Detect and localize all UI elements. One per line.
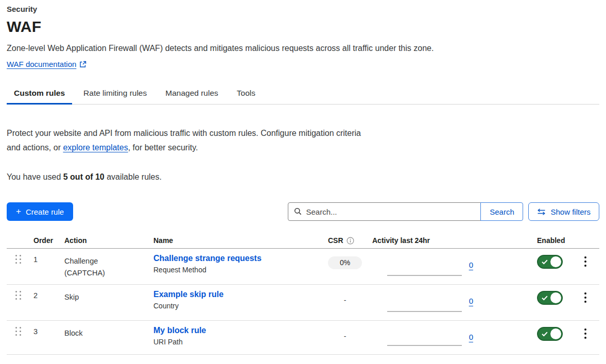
- search-input[interactable]: [288, 202, 481, 221]
- drag-handle-icon[interactable]: [15, 291, 33, 300]
- table-row: 3 Block My block rule URI Path - 0: [7, 321, 599, 355]
- search-icon: [294, 207, 302, 215]
- rule-order: 2: [33, 285, 64, 320]
- tab-bar: Custom rules Rate limiting rules Managed…: [7, 84, 599, 105]
- show-filters-button[interactable]: Show filters: [528, 202, 599, 221]
- enabled-toggle[interactable]: [537, 255, 563, 269]
- tab-managed-rules[interactable]: Managed rules: [158, 84, 226, 105]
- search-group: Search Show filters: [288, 202, 599, 221]
- rule-name-link[interactable]: Example skip rule: [153, 290, 323, 299]
- header-csr: CSR: [328, 236, 343, 245]
- drag-handle-icon[interactable]: [15, 327, 33, 336]
- breadcrumb: Security: [7, 5, 599, 13]
- page-title: WAF: [7, 18, 599, 36]
- section-intro: Protect your website and API from malici…: [7, 126, 367, 155]
- drag-handle-icon[interactable]: [15, 255, 33, 264]
- csr-value: -: [328, 328, 362, 340]
- rule-order: 1: [33, 249, 64, 284]
- toggle-knob: [550, 328, 561, 339]
- waf-documentation-link[interactable]: WAF documentation: [7, 60, 76, 68]
- usage-count: 5 out of 10: [63, 172, 105, 181]
- activity-count-link[interactable]: 0: [469, 333, 473, 341]
- header-name: Name: [153, 236, 323, 245]
- toggle-knob: [550, 292, 561, 303]
- enabled-toggle[interactable]: [537, 291, 563, 305]
- rule-expression: Request Method: [153, 266, 323, 274]
- activity-sparkline: [387, 275, 462, 276]
- table-row: 1 Challenge (CAPTCHA) Challenge strange …: [7, 249, 599, 285]
- activity-count-link[interactable]: 0: [469, 261, 473, 269]
- rule-action: Block: [64, 321, 122, 354]
- header-action: Action: [64, 236, 153, 245]
- tab-tools[interactable]: Tools: [230, 84, 263, 105]
- header-enabled: Enabled: [475, 236, 572, 245]
- rule-expression: Country: [153, 302, 323, 310]
- page-description: Zone-level Web Application Firewall (WAF…: [7, 44, 599, 53]
- csr-badge: 0%: [328, 256, 362, 269]
- show-filters-label: Show filters: [550, 207, 591, 216]
- swap-arrows-icon: [537, 209, 546, 215]
- doc-link-row: WAF documentation: [7, 60, 599, 68]
- usage-summary: You have used 5 out of 10 available rule…: [7, 172, 599, 182]
- enabled-toggle[interactable]: [537, 327, 563, 341]
- check-icon: [542, 296, 548, 301]
- check-icon: [542, 332, 548, 337]
- rule-expression: URI Path: [153, 338, 323, 346]
- rule-action: Skip: [64, 285, 122, 320]
- table-header-row: Order Action Name CSR Activity last 24hr…: [7, 236, 599, 249]
- kebab-menu-icon[interactable]: [581, 291, 590, 320]
- create-rule-button[interactable]: + Create rule: [7, 202, 73, 221]
- info-icon[interactable]: [347, 237, 354, 245]
- activity-count-link[interactable]: 0: [469, 297, 473, 305]
- csr-value: -: [328, 292, 362, 304]
- rules-table: Order Action Name CSR Activity last 24hr…: [7, 236, 599, 355]
- kebab-menu-icon[interactable]: [581, 327, 590, 354]
- rule-action: Challenge (CAPTCHA): [64, 249, 122, 284]
- header-order: Order: [33, 236, 64, 245]
- search-input-wrap: [288, 202, 481, 221]
- kebab-menu-icon[interactable]: [581, 255, 590, 284]
- table-row: 2 Skip Example skip rule Country - 0: [7, 285, 599, 321]
- rule-order: 3: [33, 321, 64, 354]
- explore-templates-link[interactable]: explore templates: [63, 143, 128, 152]
- toolbar: + Create rule Search Show filters: [7, 202, 599, 221]
- activity-sparkline: [387, 345, 462, 346]
- intro-text-after: , for better security.: [128, 143, 198, 152]
- tab-rate-limiting-rules[interactable]: Rate limiting rules: [76, 84, 154, 105]
- check-icon: [542, 259, 548, 265]
- activity-sparkline: [387, 311, 462, 312]
- external-link-icon: [79, 61, 86, 68]
- header-activity: Activity last 24hr: [372, 236, 475, 245]
- search-button[interactable]: Search: [480, 202, 523, 221]
- rule-name-link[interactable]: My block rule: [153, 326, 323, 335]
- tab-custom-rules[interactable]: Custom rules: [7, 84, 72, 105]
- rule-name-link[interactable]: Challenge strange requests: [153, 254, 323, 263]
- create-rule-label: Create rule: [26, 207, 64, 216]
- plus-icon: +: [16, 207, 21, 216]
- toggle-knob: [550, 256, 561, 267]
